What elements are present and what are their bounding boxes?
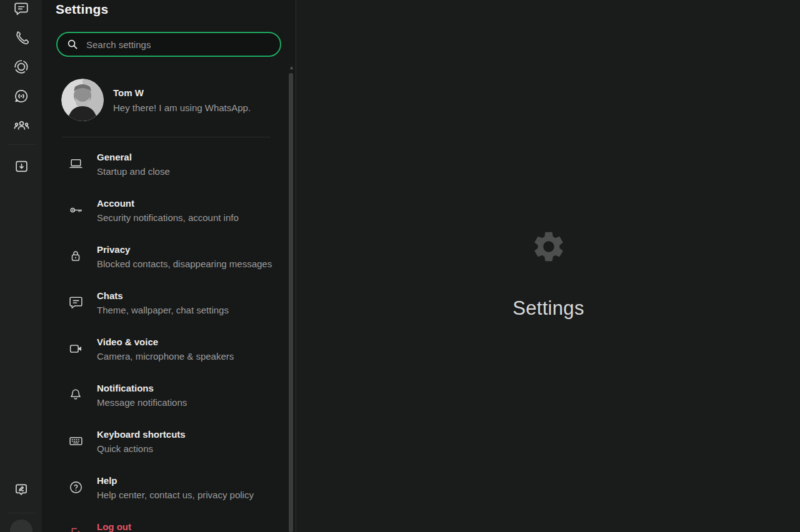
channels-icon [13, 88, 29, 107]
main-settings-title: Settings [297, 297, 800, 320]
rail-chats-button[interactable] [9, 0, 34, 22]
item-subtitle: Camera, microphone & speakers [97, 351, 234, 362]
settings-item-chats[interactable]: Chats Theme, wallpaper, chat settings [68, 290, 274, 316]
profile-name: Tom W [113, 87, 251, 98]
settings-item-logout[interactable]: Log out [68, 521, 274, 532]
divider [62, 137, 271, 137]
item-title: Keyboard shortcuts [97, 429, 186, 440]
item-subtitle: Blocked contacts, disappearing messages [97, 259, 272, 270]
settings-item-help[interactable]: Help Help center, contact us, privacy po… [68, 475, 274, 501]
settings-item-video-voice[interactable]: Video & voice Camera, microphone & speak… [68, 337, 274, 362]
keyboard-icon [68, 433, 84, 449]
rail-compose-status-button[interactable] [9, 478, 34, 503]
settings-item-notifications[interactable]: Notifications Message notifications [68, 383, 274, 408]
profile-row[interactable]: Tom W Hey there! I am using WhatsApp. [61, 79, 280, 121]
item-title: Notifications [97, 383, 187, 394]
chat-icon [68, 295, 84, 310]
item-title: Chats [97, 290, 229, 302]
key-icon [68, 202, 84, 218]
item-title: Help [97, 475, 254, 486]
page-title: Settings [56, 2, 108, 17]
settings-gear-icon [15, 523, 28, 532]
logout-icon [68, 526, 84, 532]
main-content: Settings [297, 0, 800, 532]
rail-calls-button[interactable] [9, 26, 34, 51]
item-subtitle: Help center, contact us, privacy policy [97, 490, 254, 501]
chats-icon [13, 1, 29, 19]
help-icon [68, 480, 84, 495]
scrollbar-thumb[interactable] [289, 73, 293, 532]
item-subtitle: Theme, wallpaper, chat settings [97, 305, 229, 316]
settings-item-general[interactable]: General Startup and close [68, 152, 274, 177]
settings-panel: Settings Tom W Hey there! I am us [42, 0, 296, 532]
profile-status: Hey there! I am using WhatsApp. [113, 102, 251, 113]
rail-divider [8, 513, 35, 513]
rail-divider [8, 144, 35, 145]
bell-icon [68, 387, 84, 402]
archive-icon [14, 159, 29, 177]
rail-settings-button-active[interactable] [10, 520, 32, 532]
item-title: Account [97, 198, 239, 209]
settings-item-privacy[interactable]: Privacy Blocked contacts, disappearing m… [68, 244, 274, 270]
nav-rail [0, 0, 42, 532]
gear-icon [531, 229, 567, 267]
rail-archived-button[interactable] [9, 155, 34, 180]
item-title: General [97, 152, 170, 163]
lock-icon [68, 249, 84, 264]
rail-channels-button[interactable] [9, 85, 34, 110]
avatar [61, 79, 104, 121]
item-title: Log out [97, 521, 131, 532]
compose-status-icon [13, 481, 29, 500]
calls-icon [14, 30, 29, 48]
item-subtitle: Startup and close [97, 166, 170, 177]
search-input[interactable] [56, 32, 281, 57]
settings-list: General Startup and close Account Securi… [68, 152, 274, 532]
item-subtitle: Message notifications [97, 397, 187, 408]
rail-status-button[interactable] [9, 56, 34, 81]
laptop-icon [68, 156, 84, 172]
communities-icon [13, 117, 30, 136]
rail-communities-button[interactable] [9, 114, 34, 139]
settings-item-keyboard-shortcuts[interactable]: Keyboard shortcuts Quick actions [68, 429, 274, 455]
status-icon [13, 59, 29, 77]
item-title: Privacy [97, 244, 272, 255]
item-subtitle: Quick actions [97, 443, 186, 455]
settings-item-account[interactable]: Account Security notifications, account … [68, 198, 274, 224]
item-title: Video & voice [97, 337, 234, 348]
item-subtitle: Security notifications, account info [97, 212, 239, 224]
scrollbar-up-arrow[interactable]: ▲ [289, 64, 294, 71]
video-camera-icon [68, 341, 84, 357]
